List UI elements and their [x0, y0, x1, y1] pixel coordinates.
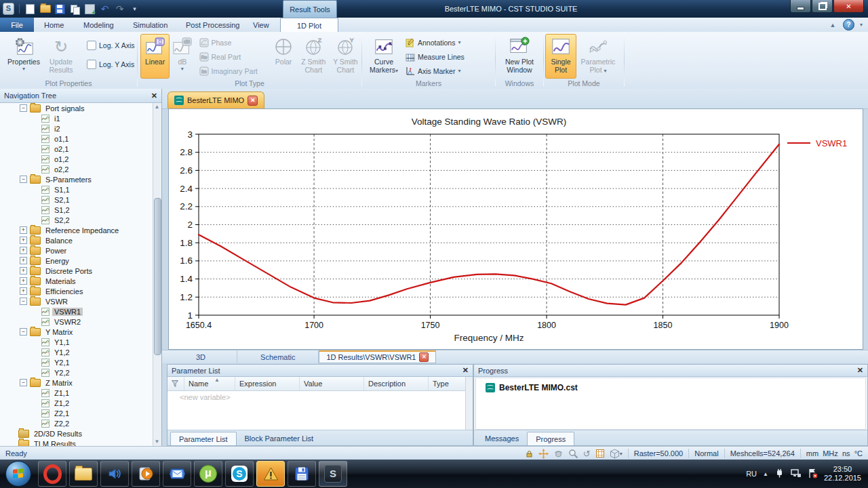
taskbar-explorer-button[interactable]: [69, 461, 98, 487]
tab-messages[interactable]: Messages: [477, 432, 527, 445]
tree-item[interactable]: Y2,2: [0, 367, 153, 378]
tree-item-label[interactable]: 2D/3D Results: [32, 430, 84, 438]
import-icon[interactable]: [84, 3, 96, 14]
measure-lines-button[interactable]: Measure Lines: [406, 50, 491, 63]
column-value[interactable]: Value: [300, 377, 364, 390]
tree-expand-toggle[interactable]: +: [20, 237, 27, 244]
polar-button[interactable]: Polar: [270, 34, 298, 79]
tab-progress[interactable]: Progress: [527, 432, 574, 445]
column-type[interactable]: Type: [429, 377, 466, 390]
language-indicator[interactable]: RU: [746, 470, 757, 478]
save-icon[interactable]: [54, 3, 66, 14]
curve-markers-button[interactable]: Curve Markers▾: [365, 34, 403, 79]
scrollbar-thumb[interactable]: [154, 198, 161, 355]
tree-expand-toggle[interactable]: +: [20, 247, 27, 254]
action-center-icon[interactable]: [808, 468, 818, 480]
tree-item-label[interactable]: Power: [43, 247, 68, 255]
tree-item-label[interactable]: i2: [52, 125, 62, 133]
tree-expand-toggle[interactable]: −: [20, 298, 27, 305]
tree-item-label[interactable]: Z1,1: [52, 389, 71, 397]
tree-item[interactable]: 2D/3D Results: [0, 428, 153, 439]
log-x-axis-checkbox[interactable]: Log. X Axis: [87, 39, 135, 52]
db-plot-button[interactable]: dB dB ▾: [170, 34, 195, 79]
tree-item-label[interactable]: S-Parameters: [43, 176, 94, 184]
minimize-button[interactable]: [790, 0, 811, 13]
tree-expand-toggle[interactable]: +: [20, 267, 27, 274]
new-variable-row[interactable]: <new variable>: [167, 391, 466, 404]
undo-icon[interactable]: ↶: [99, 3, 111, 14]
tab-1d-results[interactable]: 1D Results\VSWR\VSWR1 ✕: [319, 350, 436, 363]
tree-item-label[interactable]: Balance: [43, 237, 75, 245]
filter-column[interactable]: [167, 377, 184, 390]
scroll-down-icon[interactable]: ▼: [153, 438, 161, 446]
taskbar-save-button[interactable]: [288, 461, 316, 487]
tree-item-label[interactable]: Y Matrix: [43, 328, 75, 336]
clock[interactable]: 23:50 22.12.2015: [824, 465, 861, 483]
tree-item[interactable]: Y1,2: [0, 347, 153, 357]
tree-item-label[interactable]: S2,1: [52, 196, 72, 204]
tab-schematic[interactable]: Schematic: [237, 350, 319, 363]
column-description[interactable]: Description: [364, 377, 429, 390]
tree-item-label[interactable]: Energy: [43, 257, 71, 265]
orbit-icon[interactable]: [553, 449, 564, 459]
tab-1d-plot[interactable]: 1D Plot: [280, 18, 338, 33]
tree-item-label[interactable]: Y2,1: [52, 359, 72, 367]
qat-customize-icon[interactable]: ▾: [129, 3, 140, 14]
copy-icon[interactable]: [69, 3, 81, 14]
axis-marker-button[interactable]: Axis Marker▾: [406, 64, 491, 77]
phase-button[interactable]: Phase: [199, 36, 270, 49]
lock-icon[interactable]: [525, 449, 534, 458]
z-smith-chart-button[interactable]: Z Z Smith Chart: [298, 34, 330, 79]
taskbar-cst-button[interactable]: S: [319, 461, 347, 487]
tree-item-label[interactable]: Y2,2: [52, 369, 72, 377]
tree-item[interactable]: −S-Parameters: [0, 174, 153, 184]
imaginary-part-button[interactable]: ImImaginary Part: [199, 64, 270, 77]
start-button[interactable]: [5, 461, 31, 487]
tree-item[interactable]: VSWR2: [0, 317, 153, 327]
tree-item-label[interactable]: VSWR1: [52, 308, 83, 316]
taskbar-warning-button[interactable]: [256, 461, 285, 487]
single-plot-button[interactable]: Single Plot: [545, 34, 576, 79]
tree-item[interactable]: −VSWR: [0, 296, 153, 306]
tree-item-label[interactable]: o1,1: [52, 135, 71, 143]
tree-item[interactable]: Z2,2: [0, 418, 153, 428]
tab-view[interactable]: View: [244, 18, 278, 32]
tree-item-label[interactable]: Z Matrix: [43, 379, 75, 387]
redo-icon[interactable]: ↷: [114, 3, 125, 14]
pan-icon[interactable]: [538, 449, 549, 459]
tree-item[interactable]: +Power: [0, 245, 153, 256]
update-results-button[interactable]: ↻ Update Results: [43, 34, 79, 79]
app-logo-icon[interactable]: S: [3, 3, 14, 14]
tree-item-label[interactable]: o1,2: [52, 155, 71, 163]
taskbar-mail-button[interactable]: [163, 461, 191, 487]
new-plot-window-button[interactable]: New Plot Window: [500, 34, 539, 79]
progress-close-icon[interactable]: ✕: [857, 366, 863, 375]
tab-home[interactable]: Home: [35, 18, 73, 32]
tree-expand-toggle[interactable]: −: [20, 176, 27, 183]
taskbar-opera-button[interactable]: [38, 461, 66, 487]
parameter-list-close-icon[interactable]: ✕: [462, 366, 469, 375]
restore-button[interactable]: [812, 0, 833, 13]
tree-item[interactable]: S1,2: [0, 205, 153, 215]
tree-item[interactable]: S2,2: [0, 215, 153, 225]
zoom-icon[interactable]: [568, 449, 578, 459]
tab-3d[interactable]: 3D: [165, 350, 237, 363]
column-name[interactable]: Name▲: [184, 377, 235, 390]
tab-modeling[interactable]: Modeling: [75, 18, 123, 32]
contextual-tab-result-tools[interactable]: Result Tools: [283, 0, 337, 18]
taskbar-media-button[interactable]: [132, 461, 160, 487]
view-tab-close-icon[interactable]: ✕: [419, 352, 429, 362]
navigation-tree-close-icon[interactable]: ✕: [151, 92, 157, 100]
new-file-icon[interactable]: [24, 3, 36, 14]
navigation-tree-scrollbar[interactable]: ▲ ▼: [153, 103, 161, 446]
view-cube-icon[interactable]: ▾: [610, 449, 623, 459]
taskbar-skype-button[interactable]: S: [225, 461, 254, 487]
network-tray-icon[interactable]: [791, 468, 802, 480]
help-dropdown-icon[interactable]: ▾: [860, 22, 863, 28]
tree-item-label[interactable]: Z1,2: [52, 399, 71, 407]
tree-item-label[interactable]: S1,1: [52, 186, 72, 194]
tree-item-label[interactable]: VSWR2: [52, 318, 83, 326]
tree-item-label[interactable]: Z2,2: [52, 420, 71, 428]
tree-item-label[interactable]: Y1,2: [52, 348, 72, 357]
tree-item-label[interactable]: o2,2: [52, 165, 71, 174]
